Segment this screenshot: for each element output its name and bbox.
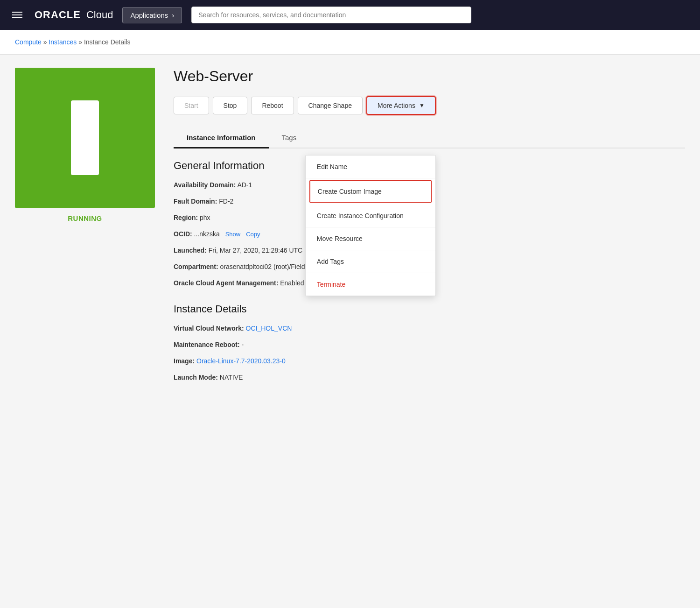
- image-label: Image:: [174, 357, 195, 365]
- action-buttons: Start Stop Reboot Change Shape More Acti…: [174, 96, 685, 115]
- ocid-label: OCID:: [174, 230, 192, 238]
- more-actions-button[interactable]: More Actions ▼: [366, 96, 436, 115]
- instance-icon-area: RUNNING: [15, 68, 155, 389]
- dropdown-edit-name[interactable]: Edit Name: [306, 156, 435, 178]
- tab-tags[interactable]: Tags: [269, 128, 310, 148]
- ocid-copy-link[interactable]: Copy: [246, 231, 260, 238]
- dropdown-add-tags[interactable]: Add Tags: [306, 250, 435, 273]
- instance-title: Web-Server: [174, 68, 685, 85]
- header: ORACLE Cloud Applications ›: [0, 0, 700, 30]
- oracle-logo: ORACLE Cloud: [35, 9, 113, 21]
- tabs: Instance Information Tags: [174, 128, 685, 148]
- launch-mode-label: Launch Mode:: [174, 374, 218, 381]
- ocid-show-link[interactable]: Show: [225, 231, 241, 238]
- vcn-label: Virtual Cloud Network:: [174, 325, 244, 332]
- region-label: Region:: [174, 214, 198, 221]
- stop-button[interactable]: Stop: [213, 97, 248, 114]
- tab-instance-information[interactable]: Instance Information: [174, 128, 269, 148]
- instance-details-title: Instance Details: [174, 303, 685, 315]
- availability-domain-label: Availability Domain:: [174, 181, 236, 189]
- image-row: Image: Oracle-Linux-7.7-2020.03.23-0: [174, 356, 685, 366]
- instance-status: RUNNING: [68, 214, 102, 222]
- main-content: RUNNING Web-Server Start Stop Reboot Cha…: [0, 55, 700, 402]
- dropdown-create-instance-config[interactable]: Create Instance Configuration: [306, 205, 435, 227]
- applications-button[interactable]: Applications ›: [122, 7, 182, 23]
- vcn-link[interactable]: OCI_HOL_VCN: [246, 325, 292, 332]
- dropdown-create-custom-image[interactable]: Create Custom Image: [309, 180, 432, 203]
- agent-label: Oracle Cloud Agent Management:: [174, 279, 278, 287]
- instance-icon-box: [15, 68, 155, 208]
- hamburger-menu[interactable]: [9, 9, 25, 21]
- image-link[interactable]: Oracle-Linux-7.7-2020.03.23-0: [196, 357, 286, 365]
- chevron-down-icon: ▼: [419, 102, 425, 109]
- maintenance-row: Maintenance Reboot: -: [174, 340, 685, 350]
- change-shape-button[interactable]: Change Shape: [298, 97, 363, 114]
- compartment-label: Compartment:: [174, 263, 218, 270]
- instance-icon-letter: [71, 100, 99, 175]
- start-button[interactable]: Start: [174, 97, 209, 114]
- launched-label: Launched:: [174, 247, 207, 254]
- reboot-button[interactable]: Reboot: [251, 97, 294, 114]
- breadcrumb-compute[interactable]: Compute: [15, 38, 42, 46]
- right-panel: Web-Server Start Stop Reboot Change Shap…: [174, 68, 685, 389]
- breadcrumb: Compute » Instances » Instance Details: [0, 30, 700, 55]
- dropdown-move-resource[interactable]: Move Resource: [306, 227, 435, 250]
- dropdown-terminate[interactable]: Terminate: [306, 273, 435, 296]
- breadcrumb-instances[interactable]: Instances: [49, 38, 77, 46]
- maintenance-label: Maintenance Reboot:: [174, 341, 240, 348]
- launch-mode-row: Launch Mode: NATIVE: [174, 373, 685, 382]
- breadcrumb-current: Instance Details: [84, 38, 131, 46]
- search-input[interactable]: [191, 7, 471, 23]
- fault-domain-label: Fault Domain:: [174, 198, 217, 205]
- vcn-row: Virtual Cloud Network: OCI_HOL_VCN: [174, 324, 685, 333]
- more-actions-dropdown: Edit Name Create Custom Image Create Ins…: [305, 155, 436, 296]
